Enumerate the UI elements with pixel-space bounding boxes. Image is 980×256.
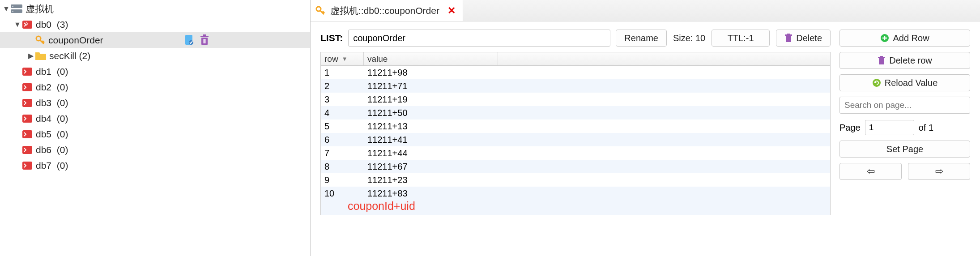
table-row[interactable]: 911211+23	[321, 173, 830, 187]
tree-server-node[interactable]: ▼ 虚拟机	[0, 1, 310, 17]
filter-icon[interactable]	[184, 34, 194, 46]
row-value: 11211+67	[364, 162, 830, 172]
row-index: 8	[321, 162, 364, 172]
svg-rect-26	[879, 58, 884, 64]
sort-desc-icon: ▼	[342, 55, 348, 62]
table-row[interactable]: 511211+13	[321, 119, 830, 133]
page-label: Page	[839, 123, 861, 133]
database-icon	[21, 113, 33, 124]
key-icon	[35, 35, 46, 46]
svg-rect-9	[200, 36, 209, 37]
svg-rect-2	[12, 6, 13, 7]
svg-rect-23	[785, 34, 792, 36]
row-value: 11211+23	[364, 175, 830, 185]
arrow-right-icon: ⇨	[935, 166, 943, 177]
prev-page-button[interactable]: ⇦	[839, 163, 902, 180]
table-row[interactable]: 211211+71	[321, 79, 830, 93]
tree-label: db3 (0)	[36, 98, 68, 108]
page-number-input[interactable]	[865, 120, 914, 135]
row-value: 11211+41	[364, 135, 830, 145]
tree-label: secKill (2)	[49, 51, 90, 61]
column-header-row[interactable]: row ▼	[321, 52, 364, 65]
tree-db-node[interactable]: ▶ db7 (0)	[0, 158, 310, 173]
row-value: 11211+83	[364, 188, 830, 199]
svg-rect-22	[786, 36, 791, 42]
tree-db-node[interactable]: ▶ db3 (0)	[0, 95, 310, 111]
ttl-button[interactable]: TTL:-1	[712, 30, 770, 47]
tree-db-node[interactable]: ▶ db6 (0)	[0, 142, 310, 158]
table-row[interactable]: 311211+19	[321, 93, 830, 106]
chevron-down-icon[interactable]: ▼	[13, 21, 21, 29]
tree-label: couponOrder	[48, 35, 103, 46]
delete-key-button[interactable]: Delete	[776, 30, 831, 47]
row-value: 11211+44	[364, 148, 830, 158]
table-row[interactable]: 1011211+83	[321, 187, 830, 200]
tree-label: db7 (0)	[36, 160, 68, 171]
svg-rect-27	[878, 57, 885, 58]
tab-couponorder[interactable]: 虚拟机::db0::couponOrder ✕	[311, 0, 463, 21]
tree-db-node[interactable]: ▼ db0 (3)	[0, 17, 310, 32]
tree-label: db1 (0)	[36, 66, 68, 77]
search-input[interactable]	[839, 97, 970, 114]
table-row[interactable]: 711211+44	[321, 146, 830, 160]
tree-label: db6 (0)	[36, 145, 68, 155]
row-index: 5	[321, 121, 364, 132]
server-icon	[10, 4, 23, 14]
tree-key-node-couponorder[interactable]: ▶ couponOrder	[0, 32, 310, 48]
rename-button[interactable]: Rename	[616, 30, 667, 47]
database-icon	[21, 160, 33, 171]
table-row[interactable]: 111211+98	[321, 66, 830, 79]
tree-label: db5 (0)	[36, 129, 68, 140]
value-table: row ▼ value 111211+98211211+71311211+194…	[320, 52, 831, 215]
svg-rect-15	[22, 83, 32, 91]
trash-icon[interactable]	[200, 34, 209, 46]
key-name-input[interactable]	[348, 30, 610, 47]
svg-rect-17	[22, 115, 32, 123]
table-row[interactable]: 811211+67	[321, 160, 830, 173]
tree-db-node[interactable]: ▶ db1 (0)	[0, 64, 310, 79]
connection-tree: ▼ 虚拟机 ▼ db0 (3) ▶ couponOrder ▶	[0, 0, 311, 256]
tree-db-node[interactable]: ▶ db2 (0)	[0, 79, 310, 95]
tab-bar-empty	[463, 0, 980, 21]
delete-row-button[interactable]: Delete row	[839, 52, 970, 69]
tree-db-node[interactable]: ▶ db5 (0)	[0, 126, 310, 142]
svg-rect-24	[787, 34, 790, 34]
tab-bar: 虚拟机::db0::couponOrder ✕	[311, 0, 980, 21]
next-page-button[interactable]: ⇨	[908, 163, 970, 180]
row-index: 7	[321, 148, 364, 158]
trash-icon	[878, 56, 886, 65]
table-row[interactable]: 611211+41	[321, 133, 830, 146]
database-icon	[21, 82, 33, 93]
key-type-label: LIST:	[320, 33, 343, 43]
main-panel: 虚拟机::db0::couponOrder ✕ LIST: Rename Siz…	[311, 0, 980, 256]
page-total-label: of 1	[919, 123, 933, 133]
column-header-value[interactable]: value	[364, 52, 498, 65]
tree-label: db0 (3)	[36, 19, 68, 30]
svg-rect-18	[22, 130, 32, 138]
svg-rect-16	[22, 99, 32, 107]
reload-value-button[interactable]: Reload Value	[839, 74, 970, 91]
row-value: 11211+98	[364, 68, 830, 78]
set-page-button[interactable]: Set Page	[839, 141, 970, 158]
svg-rect-19	[22, 146, 32, 154]
database-icon	[21, 129, 33, 140]
svg-rect-20	[22, 162, 32, 170]
chevron-right-icon[interactable]: ▶	[27, 51, 35, 60]
add-row-button[interactable]: Add Row	[839, 30, 970, 47]
annotation-text: couponId+uid	[321, 200, 830, 215]
chevron-down-icon[interactable]: ▼	[2, 5, 10, 13]
tree-label: db4 (0)	[36, 113, 68, 124]
table-row[interactable]: 411211+50	[321, 106, 830, 119]
tree-db-node[interactable]: ▶ db4 (0)	[0, 111, 310, 126]
row-index: 4	[321, 108, 364, 118]
tab-title: 虚拟机::db0::couponOrder	[330, 4, 439, 17]
key-icon	[315, 5, 326, 16]
tree-label: db2 (0)	[36, 82, 68, 93]
database-icon	[21, 66, 33, 77]
database-icon	[21, 98, 33, 108]
tree-folder-node[interactable]: ▶ secKill (2)	[0, 48, 310, 64]
reload-icon	[872, 78, 881, 87]
close-icon[interactable]: ✕	[447, 5, 456, 17]
row-value: 11211+13	[364, 121, 830, 132]
folder-icon	[35, 51, 47, 61]
